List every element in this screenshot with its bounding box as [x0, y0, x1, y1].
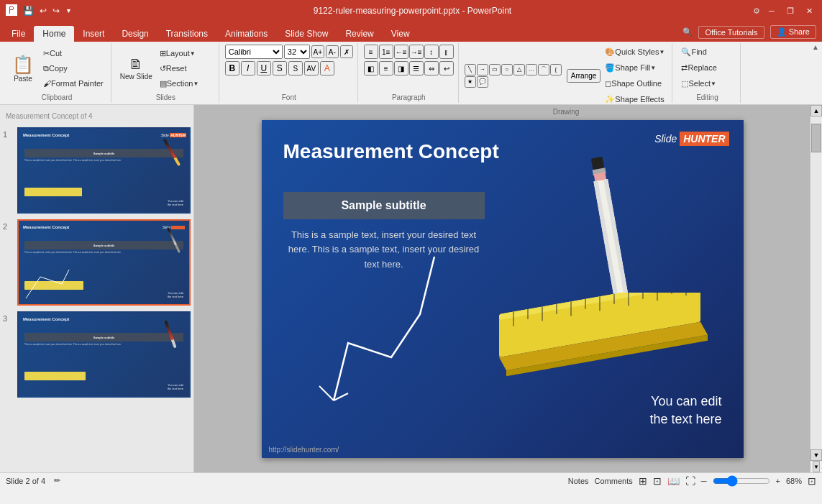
- fit-window-btn[interactable]: ⊡: [808, 475, 816, 487]
- tab-slideshow[interactable]: Slide Show: [276, 26, 337, 42]
- notes-btn[interactable]: Notes: [568, 477, 589, 485]
- text-direction-btn[interactable]: ⇔: [424, 61, 439, 75]
- shadow-btn[interactable]: S: [288, 61, 303, 75]
- tab-transitions[interactable]: Transitions: [157, 26, 216, 42]
- ribbon-right-buttons: 🔍 Office Tutorials 👤 Share: [677, 25, 822, 42]
- section-button[interactable]: ▤ Section ▼: [157, 76, 214, 91]
- shape-tri-btn[interactable]: △: [513, 64, 525, 75]
- shape-outline-button[interactable]: ◻ Shape Outline: [602, 76, 667, 91]
- view-presenter-btn[interactable]: ⛶: [685, 475, 695, 487]
- ribbon-collapse-btn[interactable]: ▲: [812, 43, 819, 51]
- char-spacing-btn[interactable]: AV: [304, 61, 319, 75]
- layout-button[interactable]: ⊞ Layout ▼: [157, 46, 214, 60]
- redo-icon[interactable]: ↪: [52, 6, 60, 16]
- columns-btn[interactable]: ⫿: [439, 45, 454, 59]
- tab-review[interactable]: Review: [337, 26, 382, 42]
- shape-arrow-btn[interactable]: →: [477, 64, 488, 75]
- select-button[interactable]: ⬚ Select ▼: [678, 76, 736, 91]
- replace-button[interactable]: ⇄ Replace: [678, 60, 736, 75]
- scroll-thumb[interactable]: [811, 124, 821, 152]
- zoom-out-btn[interactable]: ─: [701, 477, 707, 485]
- select-icon: ⬚: [681, 79, 688, 88]
- view-slide-sorter-btn[interactable]: ⊡: [653, 475, 662, 487]
- help-icon: 🔍: [682, 27, 693, 37]
- paragraph-content: ≡ 1≡ ←≡ →≡ ↕ ⫿ ◧ ≡ ◨ ☰ ⇔ ↩: [364, 45, 454, 92]
- shape-fill-button[interactable]: 🪣 Shape Fill ▼: [602, 60, 667, 75]
- font-color-btn[interactable]: A: [320, 61, 334, 75]
- tab-animations[interactable]: Animations: [216, 26, 276, 42]
- find-button[interactable]: 🔍 Find: [678, 45, 736, 59]
- bullet-list-btn[interactable]: ≡: [364, 45, 378, 59]
- slide-url[interactable]: http://slidehunter.com/: [269, 446, 339, 454]
- vertical-scrollbar[interactable]: ▲ ▼ ▼: [810, 105, 822, 472]
- slide-3-title: Measurement Concept: [23, 317, 69, 321]
- view-normal-btn[interactable]: ⊞: [639, 475, 647, 487]
- close-btn[interactable]: ✕: [802, 4, 816, 18]
- ribbon-tabs: File Home Insert Design Transitions Anim…: [0, 22, 822, 42]
- format-painter-button[interactable]: 🖌 Format Painter: [40, 76, 106, 91]
- zoom-slider[interactable]: [713, 476, 770, 486]
- save-icon[interactable]: 💾: [23, 6, 34, 16]
- numbered-list-btn[interactable]: 1≡: [379, 45, 393, 59]
- arrange-button[interactable]: Arrange: [567, 69, 601, 83]
- slide-3-thumb[interactable]: Measurement Concept Sample subtitle This…: [17, 311, 191, 398]
- clear-format-btn[interactable]: ✗: [340, 45, 353, 58]
- italic-btn[interactable]: I: [241, 61, 255, 75]
- copy-button[interactable]: ⧉ Copy: [40, 61, 106, 75]
- main-slide[interactable]: Measurement Concept Slide HUNTER Sample …: [262, 120, 744, 458]
- scroll-up-btn[interactable]: ▲: [810, 105, 822, 116]
- undo-icon[interactable]: ↩: [40, 6, 47, 16]
- increase-font-btn[interactable]: A+: [311, 45, 324, 58]
- tab-insert[interactable]: Insert: [74, 26, 113, 42]
- underline-btn[interactable]: U: [257, 61, 271, 75]
- minimize-btn[interactable]: ─: [764, 4, 779, 18]
- decrease-font-btn[interactable]: A-: [326, 45, 339, 58]
- zoom-in-btn[interactable]: +: [776, 477, 780, 485]
- tab-file[interactable]: File: [3, 26, 34, 42]
- restore-btn[interactable]: ❐: [783, 4, 798, 18]
- cut-button[interactable]: ✂ Cut: [40, 46, 106, 60]
- strikethrough-btn[interactable]: S: [273, 61, 287, 75]
- scroll-track[interactable]: [811, 116, 821, 449]
- slides-content: 🗎 New Slide ⊞ Layout ▼ ↺ Reset ▤ Section…: [117, 45, 214, 92]
- reset-button[interactable]: ↺ Reset: [157, 61, 214, 75]
- increase-indent-btn[interactable]: →≡: [409, 45, 424, 59]
- paste-button[interactable]: 📋 Paste: [7, 47, 39, 90]
- tab-design[interactable]: Design: [113, 26, 157, 42]
- line-spacing-btn[interactable]: ↕: [424, 45, 439, 59]
- smartart-btn[interactable]: ↩: [439, 61, 454, 75]
- shape-callout-btn[interactable]: 💬: [477, 76, 488, 88]
- slide-1-thumb[interactable]: Measurement Concept Sample subtitle This…: [17, 127, 191, 214]
- share-btn[interactable]: 👤 Share: [770, 25, 816, 39]
- slide-1-title: Measurement Concept: [23, 133, 69, 137]
- quick-styles-button[interactable]: 🎨 Quick Styles ▼: [602, 45, 667, 59]
- shape-brace-btn[interactable]: {: [550, 64, 562, 75]
- office-tutorials-btn[interactable]: Office Tutorials: [698, 26, 764, 39]
- align-right-btn[interactable]: ◨: [394, 61, 408, 75]
- tab-view[interactable]: View: [383, 26, 419, 42]
- font-name-select[interactable]: Calibri: [225, 45, 283, 59]
- scroll-down-btn[interactable]: ▼: [810, 449, 822, 461]
- shape-line-btn[interactable]: ╲: [465, 64, 476, 75]
- shape-circle-btn[interactable]: ○: [501, 64, 513, 75]
- bold-btn[interactable]: B: [225, 61, 239, 75]
- shape-curve-btn[interactable]: ⌒: [538, 64, 549, 75]
- shape-star-btn[interactable]: ★: [465, 76, 476, 88]
- align-center-btn[interactable]: ≡: [379, 61, 393, 75]
- comments-btn[interactable]: Comments: [595, 477, 633, 485]
- font-size-select[interactable]: 32: [284, 45, 310, 59]
- customize-icon[interactable]: ▼: [65, 7, 72, 14]
- view-reading-btn[interactable]: 📖: [667, 475, 680, 487]
- new-slide-button[interactable]: 🗎 New Slide: [117, 47, 155, 90]
- shape-more-btn[interactable]: …: [526, 64, 537, 75]
- shape-effects-button[interactable]: ✨ Shape Effects: [602, 92, 667, 106]
- decrease-indent-btn[interactable]: ←≡: [394, 45, 408, 59]
- tab-home[interactable]: Home: [34, 26, 74, 42]
- scroll-more-btn[interactable]: ▼: [813, 461, 820, 472]
- shape-rect-btn[interactable]: ▭: [489, 64, 501, 75]
- slide-2-thumb[interactable]: Measurement Concept Slide HUNTER Sample …: [17, 219, 191, 306]
- replace-label: Replace: [688, 63, 716, 72]
- align-left-btn[interactable]: ◧: [364, 61, 378, 75]
- justify-btn[interactable]: ☰: [409, 61, 424, 75]
- slide-angle-svg: [291, 199, 506, 415]
